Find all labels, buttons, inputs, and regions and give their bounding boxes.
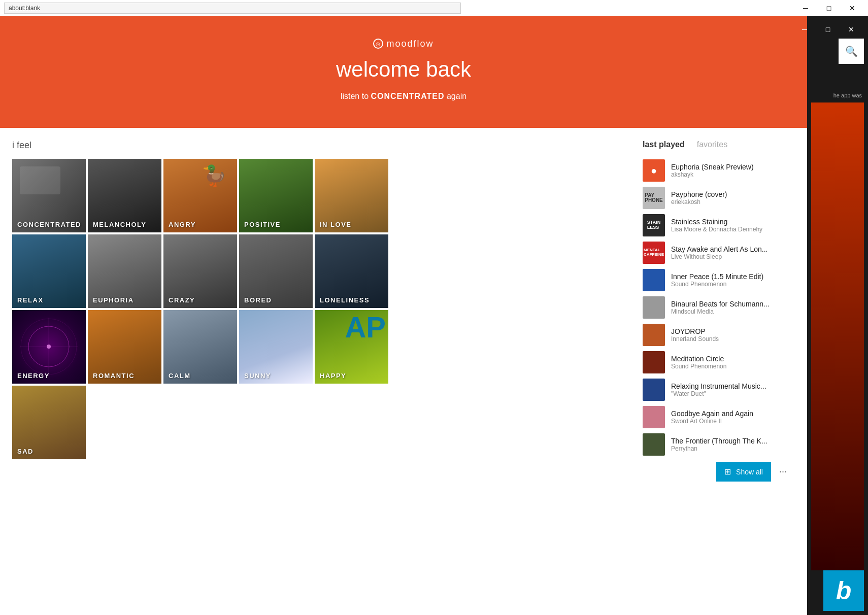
app-window: ◎ moodflow welcome back listen to CONCEN…	[0, 16, 807, 615]
track-thumb-relaxing	[643, 379, 665, 401]
track-info-stayawake: Stay Awake and Alert As Lon... Live With…	[671, 245, 795, 260]
track-title-payphone: Payphone (cover)	[671, 190, 795, 198]
mood-tile-loneliness[interactable]: LONELINESS	[315, 234, 388, 308]
tab-favorites[interactable]: favorites	[697, 140, 727, 151]
track-title-goodbye: Goodbye Again and Again	[671, 409, 795, 418]
address-bar[interactable]	[4, 3, 461, 14]
track-info-stainless: Stainless Staining Lisa Moore & Donnacha…	[671, 218, 795, 233]
subtitle-prefix: listen to	[341, 92, 371, 100]
track-thumb-euphoria: ●	[643, 159, 665, 182]
track-info-euphoria: Euphoria (Sneak Preview) akshayk	[671, 163, 795, 178]
titlebar-controls: ─ □ ✕	[794, 0, 864, 16]
track-thumb-payphone: PAYPHONE	[643, 187, 665, 209]
track-title-meditation: Meditation Circle	[671, 355, 795, 363]
content-area: i feel CONCENTRATEDMELANCHOLY🦆ANGRYPOSIT…	[0, 128, 807, 615]
track-info-binaural: Binaural Beats for Schumann... Mindsoul …	[671, 300, 795, 315]
panel-tabs: last played favorites	[643, 140, 795, 151]
mood-tile-energy[interactable]: ENERGY	[12, 310, 86, 384]
mood-tile-label-calm: CALM	[169, 372, 191, 380]
track-item-innerpeace[interactable]: Inner Peace (1.5 Minute Edit) Sound Phen…	[643, 269, 795, 291]
track-item-goodbye[interactable]: Goodbye Again and Again Sword Art Online…	[643, 406, 795, 428]
subtitle-suffix: again	[445, 92, 467, 100]
track-item-stayawake[interactable]: MENTALCAFFEINE Stay Awake and Alert As L…	[643, 242, 795, 264]
mood-tile-happy[interactable]: APHAPPY	[315, 310, 388, 384]
more-button[interactable]: ···	[771, 462, 795, 482]
mood-tile-label-energy: ENERGY	[17, 372, 50, 380]
tab-last-played[interactable]: last played	[643, 140, 685, 151]
track-info-payphone: Payphone (cover) eriekakosh	[671, 190, 795, 206]
track-thumb-goodbye	[643, 406, 665, 428]
mood-tile-euphoria[interactable]: EUPHORIA	[88, 234, 161, 308]
track-thumb-innerpeace	[643, 269, 665, 291]
track-item-binaural[interactable]: Binaural Beats for Schumann... Mindsoul …	[643, 296, 795, 319]
mood-tile-melancholy[interactable]: MELANCHOLY	[88, 159, 161, 232]
track-thumb-frontier	[643, 433, 665, 456]
sys-app-info: he app was	[833, 92, 864, 98]
track-artist-payphone: eriekakosh	[671, 198, 795, 206]
app-subtitle: listen to CONCENTRATED again	[341, 92, 466, 101]
mood-tile-label-bored: BORED	[244, 296, 272, 304]
system-sidebar: ─ □ ✕ 🔍 he app was b	[807, 16, 868, 615]
search-button[interactable]: 🔍	[839, 39, 864, 64]
mood-tile-label-euphoria: EUPHORIA	[93, 296, 134, 304]
mood-tile-calm[interactable]: CALM	[163, 310, 237, 384]
mood-tile-label-crazy: CRAZY	[169, 296, 195, 304]
track-item-euphoria[interactable]: ● Euphoria (Sneak Preview) akshayk	[643, 159, 795, 182]
mood-tile-angry[interactable]: 🦆ANGRY	[163, 159, 237, 232]
track-item-meditation[interactable]: Meditation Circle Sound Phenomenon	[643, 351, 795, 373]
mood-tile-positive[interactable]: POSITIVE	[239, 159, 313, 232]
sys-logo: b	[823, 570, 864, 611]
svg-point-4	[47, 345, 51, 349]
close-button[interactable]: ✕	[841, 0, 864, 16]
track-thumb-stainless: STAINLESS	[643, 214, 665, 236]
titlebar: ─ □ ✕	[0, 0, 868, 16]
mood-grid: CONCENTRATEDMELANCHOLY🦆ANGRYPOSITIVEIN L…	[12, 159, 622, 459]
track-info-joydrop: JOYDROP Innerland Sounds	[671, 327, 795, 343]
mood-tile-sunny[interactable]: SUNNY	[239, 310, 313, 384]
track-list: ● Euphoria (Sneak Preview) akshayk PAYPH…	[643, 159, 795, 456]
track-item-joydrop[interactable]: JOYDROP Innerland Sounds	[643, 324, 795, 346]
sys-maximize[interactable]: □	[816, 21, 840, 38]
track-title-relaxing: Relaxing Instrumental Music...	[671, 382, 795, 390]
right-panel: last played favorites ● Euphoria (Sneak …	[643, 140, 795, 603]
minimize-button[interactable]: ─	[794, 0, 817, 16]
sys-minimize[interactable]: ─	[793, 21, 816, 38]
track-item-frontier[interactable]: The Frontier (Through The K... Perrythan	[643, 433, 795, 456]
mood-tile-label-angry: ANGRY	[169, 221, 196, 228]
mood-tile-label-melancholy: MELANCHOLY	[93, 221, 147, 228]
maximize-button[interactable]: □	[817, 0, 841, 16]
track-artist-stainless: Lisa Moore & Donnacha Dennehy	[671, 226, 795, 233]
track-item-stainless[interactable]: STAINLESS Stainless Staining Lisa Moore …	[643, 214, 795, 236]
mood-tile-bored[interactable]: BORED	[239, 234, 313, 308]
mood-tile-sad[interactable]: SAD	[12, 386, 86, 459]
main-layout: ◎ moodflow welcome back listen to CONCEN…	[0, 16, 868, 615]
app-title: welcome back	[336, 57, 471, 82]
mood-tile-romantic[interactable]: ROMANTIC	[88, 310, 161, 384]
track-title-joydrop: JOYDROP	[671, 327, 795, 335]
track-thumb-binaural	[643, 296, 665, 319]
show-all-area: ⊞ Show all ···	[643, 462, 795, 482]
mood-tile-concentrated[interactable]: CONCENTRATED	[12, 159, 86, 232]
mood-tile-in-love[interactable]: IN LOVE	[315, 159, 388, 232]
track-info-goodbye: Goodbye Again and Again Sword Art Online…	[671, 409, 795, 425]
mood-section: i feel CONCENTRATEDMELANCHOLY🦆ANGRYPOSIT…	[12, 140, 622, 603]
mood-tile-label-happy: HAPPY	[320, 372, 346, 380]
track-title-stainless: Stainless Staining	[671, 218, 795, 226]
mood-section-label: i feel	[12, 140, 622, 151]
track-info-meditation: Meditation Circle Sound Phenomenon	[671, 355, 795, 370]
track-artist-relaxing: "Water Duet"	[671, 390, 795, 397]
track-artist-goodbye: Sword Art Online II	[671, 418, 795, 425]
track-item-relaxing[interactable]: Relaxing Instrumental Music... "Water Du…	[643, 379, 795, 401]
mood-tile-relax[interactable]: RELAX	[12, 234, 86, 308]
app-logo: ◎ moodflow	[373, 39, 433, 49]
search-icon: 🔍	[845, 45, 858, 57]
track-thumb-meditation	[643, 351, 665, 373]
track-item-payphone[interactable]: PAYPHONE Payphone (cover) eriekakosh	[643, 187, 795, 209]
show-all-button[interactable]: ⊞ Show all	[716, 462, 771, 482]
track-artist-binaural: Mindsoul Media	[671, 308, 795, 315]
mood-tile-crazy[interactable]: CRAZY	[163, 234, 237, 308]
track-info-innerpeace: Inner Peace (1.5 Minute Edit) Sound Phen…	[671, 272, 795, 288]
track-title-frontier: The Frontier (Through The K...	[671, 437, 795, 445]
sys-close[interactable]: ✕	[840, 21, 863, 38]
track-artist-meditation: Sound Phenomenon	[671, 363, 795, 370]
